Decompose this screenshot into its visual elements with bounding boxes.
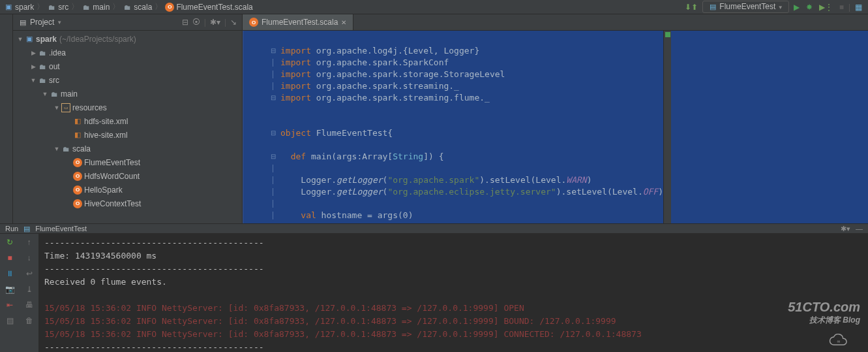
tree-node[interactable]: ▭resources (13, 101, 242, 114)
run-header-label: Run (5, 225, 18, 232)
svg-text:∞: ∞ (837, 339, 841, 344)
debug-button[interactable]: ✸ (804, 3, 815, 12)
layout-button[interactable]: ▤ (4, 315, 16, 327)
class-icon: O (73, 185, 82, 195)
project-panel-title: Project (30, 18, 54, 27)
breadcrumb-sep: 〉 (112, 1, 120, 12)
status-mark (665, 32, 670, 37)
print-button[interactable]: 🖶 (23, 299, 35, 311)
module-icon: ▣ (4, 3, 13, 12)
folder-icon: 🖿 (61, 144, 70, 153)
run-header-config: FlumeEventTest (35, 225, 87, 232)
error-stripe[interactable] (663, 31, 671, 223)
up-button[interactable]: ↑ (23, 236, 35, 248)
editor-area: O FlumeEventTest.scala ✕ ⊟│││⊟⊟⊟││││││ i… (243, 14, 868, 223)
line-gutter[interactable] (243, 31, 269, 223)
tree-node[interactable]: ◧hdfs-site.xml (13, 114, 242, 128)
breadcrumb-item[interactable]: OFlumeEventTest.scala (165, 3, 252, 12)
expand-icon[interactable] (52, 146, 61, 152)
breadcrumb-item[interactable]: 🖿scala (123, 3, 152, 12)
app-icon: ▤ (22, 224, 31, 233)
expand-icon[interactable] (52, 104, 61, 111)
rerun-button[interactable]: ↻ (4, 236, 16, 248)
tree-hint: (~/IdeaProjects/spark) (59, 35, 136, 44)
tree-node[interactable]: OHdfsWordCount (13, 169, 242, 183)
clear-button[interactable]: 🗑 (23, 315, 35, 327)
tree-node[interactable]: 🖿out (13, 59, 242, 73)
layout-button[interactable]: ▦ (853, 3, 864, 12)
folder-icon: 🖿 (38, 48, 47, 57)
project-icon: ▤ (18, 18, 27, 27)
down-button[interactable]: ↓ (23, 252, 35, 264)
project-tree[interactable]: ▣ spark (~/IdeaProjects/spark) 🖿.idea🖿ou… (13, 31, 242, 223)
module-icon: ▣ (25, 35, 34, 44)
folder-icon: 🖿 (82, 3, 91, 12)
tree-node[interactable]: 🖿main (13, 87, 242, 101)
expand-icon[interactable] (29, 63, 38, 70)
resources-icon: ▭ (61, 103, 70, 112)
editor-tabs: O FlumeEventTest.scala ✕ (243, 14, 868, 31)
cloud-icon: ∞ (829, 334, 848, 348)
tree-root[interactable]: ▣ spark (~/IdeaProjects/spark) (13, 32, 242, 46)
console-output[interactable]: ----------------------------------------… (39, 234, 868, 352)
make-icon[interactable]: ⬇⬆ (683, 3, 700, 12)
tree-node[interactable]: 🖿scala (13, 142, 242, 155)
tree-label: .idea (49, 48, 66, 57)
project-panel-header: ▤ Project ▼ ⊟ ⦿ | ✱▾ | ↘ (13, 14, 242, 31)
exit-button[interactable]: ⇤ (4, 299, 16, 311)
fold-column[interactable]: ⊟│││⊟⊟⊟││││││ (269, 31, 278, 223)
tree-label: FlumeEventTest (84, 158, 140, 167)
run-button[interactable]: ▶ (792, 3, 801, 12)
tree-node[interactable]: OHiveContextTest (13, 197, 242, 210)
dump-threads-button[interactable]: 📷 (4, 283, 16, 295)
expand-icon[interactable] (29, 50, 38, 56)
editor-tab[interactable]: O FlumeEventTest.scala ✕ (243, 14, 353, 30)
expand-icon[interactable] (16, 36, 25, 42)
soft-wrap-button[interactable]: ↩ (23, 268, 35, 280)
close-tab-icon[interactable]: ✕ (341, 19, 346, 26)
tree-node[interactable]: 🖿src (13, 73, 242, 87)
run-tool-window: Run ▤ FlumeEventTest ✱▾ — ↻ ■ ⏸ 📷 ⇤ ▤ ↑ … (0, 223, 868, 352)
project-tool-window: ▤ Project ▼ ⊟ ⦿ | ✱▾ | ↘ ▣ spark (~/Idea… (13, 14, 243, 223)
breadcrumb-bar: ▣spark〉🖿src〉🖿main〉🖿scala〉OFlumeEventTest… (0, 0, 868, 14)
expand-icon[interactable] (40, 91, 50, 97)
coverage-button[interactable]: ▶⋮ (817, 3, 835, 12)
chevron-down-icon[interactable]: ▼ (57, 20, 62, 25)
tree-label: hdfs-site.xml (84, 117, 128, 126)
xml-icon: ◧ (73, 131, 82, 140)
minimize-icon[interactable]: — (856, 225, 863, 232)
stop-button[interactable]: ■ (837, 3, 846, 12)
stop-button[interactable]: ■ (4, 252, 16, 264)
collapse-all-icon[interactable]: ⊟ (182, 18, 188, 27)
tree-node[interactable]: OFlumeEventTest (13, 155, 242, 169)
expand-icon[interactable] (29, 77, 38, 84)
left-gutter[interactable] (0, 14, 13, 223)
breadcrumb-sep: 〉 (155, 1, 162, 12)
folder-icon: 🖿 (50, 89, 59, 99)
class-icon: O (73, 172, 82, 181)
folder-icon: 🖿 (47, 3, 56, 12)
tree-label: spark (36, 35, 57, 44)
gear-icon[interactable]: ✱▾ (841, 225, 850, 233)
breadcrumb-sep: 〉 (71, 1, 79, 12)
tree-label: hive-site.xml (84, 131, 128, 140)
tree-node[interactable]: ◧hive-site.xml (13, 128, 242, 142)
tree-node[interactable]: OHelloSpark (13, 183, 242, 197)
breadcrumb-item[interactable]: ▣spark (4, 3, 34, 12)
scroll-end-button[interactable]: ⤓ (23, 283, 35, 295)
tree-label: src (49, 76, 59, 85)
hide-icon[interactable]: ↘ (230, 18, 237, 27)
code-editor[interactable]: ⊟│││⊟⊟⊟││││││ import org.apache.log4j.{L… (243, 31, 868, 223)
run-config-selector[interactable]: ▤ FlumeEventTest ▼ (702, 1, 789, 13)
tab-label: FlumeEventTest.scala (262, 18, 338, 27)
settings-icon[interactable]: ✱▾ (210, 18, 220, 27)
app-icon: ▤ (708, 3, 717, 12)
breadcrumb-item[interactable]: 🖿src (47, 3, 68, 12)
breadcrumb-item[interactable]: 🖿main (82, 3, 110, 12)
tree-node[interactable]: 🖿.idea (13, 46, 242, 59)
scroll-from-source-icon[interactable]: ⦿ (192, 18, 200, 27)
folder-icon: 🖿 (38, 62, 47, 71)
xml-icon: ◧ (73, 117, 82, 126)
tree-label: resources (72, 103, 107, 112)
pause-button[interactable]: ⏸ (4, 268, 16, 280)
